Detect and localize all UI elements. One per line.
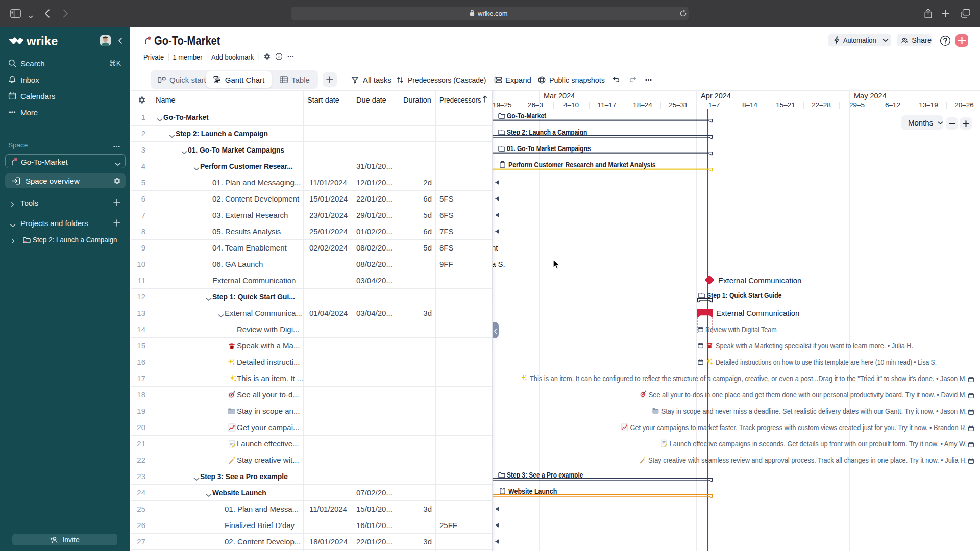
svg-text:wrike: wrike bbox=[26, 35, 58, 48]
